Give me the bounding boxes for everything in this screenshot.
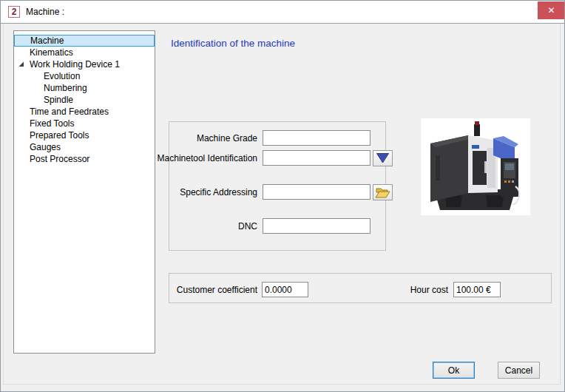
- dnc-input[interactable]: [263, 218, 371, 234]
- machinetool-identification-input[interactable]: [263, 150, 371, 166]
- tree-item-numbering[interactable]: Numbering: [14, 82, 155, 94]
- title-bar: 2 Machine : ✕: [1, 1, 564, 24]
- tree-item-spindle[interactable]: Spindle: [14, 94, 155, 106]
- window-title: Machine :: [26, 7, 64, 17]
- close-icon: ✕: [547, 5, 555, 16]
- tree-item-work-holding-device-1[interactable]: Work Holding Device 1: [14, 58, 155, 70]
- browse-button[interactable]: [373, 184, 393, 200]
- machine-grade-input[interactable]: [263, 130, 371, 146]
- dropdown-arrow-icon: [376, 152, 390, 164]
- machine-photo: [421, 118, 530, 215]
- hour-cost-label: Hour cost: [410, 285, 448, 295]
- cancel-button[interactable]: Cancel: [498, 362, 540, 379]
- dnc-label: DNC: [238, 221, 257, 232]
- tree-item-kinematics[interactable]: Kinematics: [14, 47, 155, 58]
- specific-addressing-label: Specific Addressing: [180, 187, 257, 197]
- tree-item-post-processor[interactable]: Post Processor: [14, 153, 155, 165]
- specific-addressing-input[interactable]: [263, 184, 371, 200]
- hour-cost-input[interactable]: [453, 282, 501, 297]
- customer-coefficient-label: Customer coefficient: [177, 285, 257, 295]
- tree-item-machine[interactable]: Machine: [14, 35, 155, 47]
- machine-dialog: 2 Machine : ✕ Machine Kinematics Work Ho…: [0, 0, 565, 392]
- close-button[interactable]: ✕: [538, 1, 565, 19]
- ok-button[interactable]: Ok: [433, 362, 475, 379]
- machinetool-identification-label: Machinetool Identification: [158, 153, 257, 163]
- tree-item-time-and-feedrates[interactable]: Time and Feedrates: [14, 106, 155, 118]
- tree-item-fixed-tools[interactable]: Fixed Tools: [14, 118, 155, 129]
- customer-coefficient-input[interactable]: [262, 282, 308, 297]
- tree-item-gauges[interactable]: Gauges: [14, 141, 155, 153]
- machine-grade-label: Machine Grade: [197, 133, 257, 143]
- page-title: Identification of the machine: [171, 38, 295, 49]
- tree-item-prepared-tools[interactable]: Prepared Tools: [14, 129, 155, 141]
- app-icon: 2: [8, 6, 20, 18]
- machinetool-dropdown-button[interactable]: [373, 150, 393, 166]
- open-folder-icon: [375, 186, 390, 199]
- tree-item-evolution[interactable]: Evolution: [14, 70, 155, 82]
- expander-icon[interactable]: [18, 61, 24, 67]
- machine-settings-tree: Machine Kinematics Work Holding Device 1…: [13, 30, 155, 354]
